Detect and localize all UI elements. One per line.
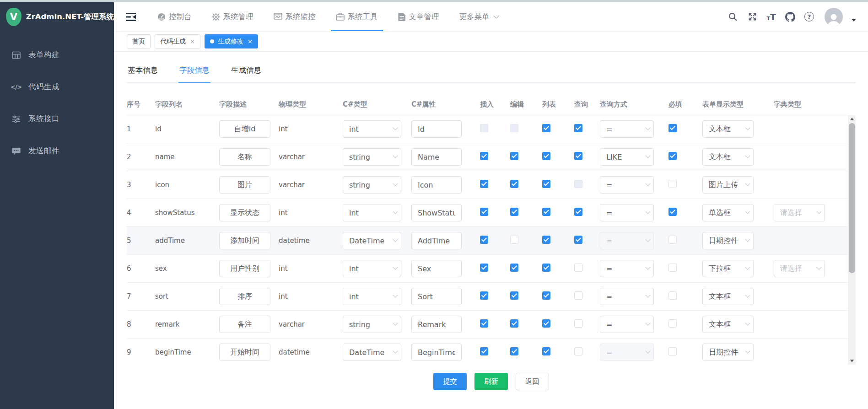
required-checkbox[interactable] xyxy=(669,180,677,188)
query-checkbox[interactable] xyxy=(574,291,582,300)
cs-type-select[interactable]: string xyxy=(343,176,401,194)
list-checkbox[interactable] xyxy=(542,291,550,300)
description-input[interactable] xyxy=(219,120,270,138)
description-input[interactable] xyxy=(219,260,270,277)
cs-property-input[interactable] xyxy=(411,232,462,249)
tab-字段信息[interactable]: 字段信息 xyxy=(178,65,210,82)
cs-type-select[interactable]: int xyxy=(343,204,401,221)
cs-type-select[interactable]: DateTime xyxy=(343,232,401,249)
display-type-select[interactable]: 文本框 xyxy=(702,316,754,333)
nav-menu-系统管理[interactable]: 系统管理 xyxy=(207,2,259,31)
sidebar-item-系统接口[interactable]: 系统接口 xyxy=(0,103,114,135)
github-icon[interactable] xyxy=(785,11,796,22)
required-checkbox[interactable] xyxy=(669,264,677,272)
required-checkbox[interactable] xyxy=(669,124,677,132)
sidebar-item-发送邮件[interactable]: 发送邮件 xyxy=(0,135,114,167)
description-input[interactable] xyxy=(219,288,270,305)
cs-property-input[interactable] xyxy=(411,316,462,333)
tab-基本信息[interactable]: 基本信息 xyxy=(127,65,159,82)
insert-checkbox[interactable] xyxy=(480,319,488,328)
cs-property-input[interactable] xyxy=(411,148,462,166)
required-checkbox[interactable] xyxy=(669,291,677,300)
list-checkbox[interactable] xyxy=(542,124,550,132)
scrollbar-down-arrow-icon[interactable] xyxy=(848,357,856,365)
fullscreen-icon[interactable] xyxy=(747,11,758,22)
scrollbar-thumb[interactable] xyxy=(849,123,855,273)
display-type-select[interactable]: 下拉框 xyxy=(702,260,754,277)
list-checkbox[interactable] xyxy=(542,152,550,160)
tag-首页[interactable]: 首页 xyxy=(127,34,151,48)
edit-checkbox[interactable] xyxy=(510,236,518,244)
edit-checkbox[interactable] xyxy=(510,152,518,160)
search-icon[interactable] xyxy=(728,11,739,22)
cs-property-input[interactable] xyxy=(411,176,462,194)
list-checkbox[interactable] xyxy=(542,264,550,272)
display-type-select[interactable]: 文本框 xyxy=(702,288,754,305)
scrollbar-up-arrow-icon[interactable] xyxy=(848,115,856,123)
insert-checkbox[interactable] xyxy=(480,347,488,355)
cs-property-input[interactable] xyxy=(411,204,462,221)
sidebar-collapse-icon[interactable] xyxy=(126,12,137,22)
tag-代码生成[interactable]: 代码生成× xyxy=(155,34,200,48)
tag-close-icon[interactable]: × xyxy=(248,38,253,44)
query-checkbox[interactable] xyxy=(574,264,582,272)
display-type-select[interactable]: 单选框 xyxy=(702,204,754,221)
description-input[interactable] xyxy=(219,148,270,166)
submit-button[interactable]: 提交 xyxy=(433,373,467,390)
description-input[interactable] xyxy=(219,316,270,333)
refresh-button[interactable]: 刷新 xyxy=(474,373,508,390)
edit-checkbox[interactable] xyxy=(510,347,518,355)
query-checkbox[interactable] xyxy=(574,124,582,132)
query-checkbox[interactable] xyxy=(574,152,582,160)
tag-close-icon[interactable]: × xyxy=(190,38,195,44)
logo-row[interactable]: V ZrAdmin.NET-管理系统 xyxy=(0,2,114,32)
description-input[interactable] xyxy=(219,344,270,361)
user-menu-caret-icon[interactable] xyxy=(852,19,856,22)
display-type-select[interactable]: 日期控件 xyxy=(702,232,754,249)
cs-property-input[interactable] xyxy=(411,344,462,361)
required-checkbox[interactable] xyxy=(669,152,677,160)
required-checkbox[interactable] xyxy=(669,319,677,328)
query-checkbox[interactable] xyxy=(574,208,582,216)
tag-生成修改[interactable]: 生成修改× xyxy=(205,34,258,48)
tab-生成信息[interactable]: 生成信息 xyxy=(230,65,262,82)
nav-menu-控制台[interactable]: 控制台 xyxy=(152,2,197,31)
insert-checkbox[interactable] xyxy=(480,180,488,188)
list-checkbox[interactable] xyxy=(542,347,550,355)
query-type-select[interactable]: = xyxy=(600,316,654,333)
query-checkbox[interactable] xyxy=(574,236,582,244)
description-input[interactable] xyxy=(219,204,270,221)
insert-checkbox[interactable] xyxy=(480,291,488,300)
query-type-select[interactable]: = xyxy=(600,120,654,138)
required-checkbox[interactable] xyxy=(669,347,677,355)
cs-type-select[interactable]: int xyxy=(343,120,401,138)
query-checkbox[interactable] xyxy=(574,347,582,355)
insert-checkbox[interactable] xyxy=(480,264,488,272)
description-input[interactable] xyxy=(219,176,270,194)
display-type-select[interactable]: 文本框 xyxy=(702,120,754,138)
user-avatar[interactable] xyxy=(825,8,843,26)
nav-menu-系统监控[interactable]: 系统监控 xyxy=(269,2,321,31)
back-button[interactable]: 返回 xyxy=(516,373,549,390)
cs-property-input[interactable] xyxy=(411,260,462,277)
help-icon[interactable]: ? xyxy=(804,12,814,22)
nav-menu-文章管理[interactable]: 文章管理 xyxy=(393,2,444,31)
query-type-select[interactable]: LIKE xyxy=(600,148,654,166)
cs-type-select[interactable]: string xyxy=(343,316,401,333)
required-checkbox[interactable] xyxy=(669,236,677,244)
query-type-select[interactable]: = xyxy=(600,288,654,305)
query-checkbox[interactable] xyxy=(574,319,582,328)
sidebar-item-代码生成[interactable]: </>代码生成 xyxy=(0,71,114,103)
list-checkbox[interactable] xyxy=(542,319,550,328)
dict-type-select[interactable]: 请选择 xyxy=(774,204,825,221)
edit-checkbox[interactable] xyxy=(510,319,518,328)
sidebar-item-表单构建[interactable]: 表单构建 xyxy=(0,39,114,71)
nav-menu-更多菜单[interactable]: 更多菜单 xyxy=(454,2,502,31)
cs-type-select[interactable]: int xyxy=(343,288,401,305)
edit-checkbox[interactable] xyxy=(510,180,518,188)
nav-menu-系统工具[interactable]: 系统工具 xyxy=(331,2,383,31)
insert-checkbox[interactable] xyxy=(480,236,488,244)
list-checkbox[interactable] xyxy=(542,236,550,244)
query-type-select[interactable]: = xyxy=(600,204,654,221)
display-type-select[interactable]: 文本框 xyxy=(702,148,754,166)
